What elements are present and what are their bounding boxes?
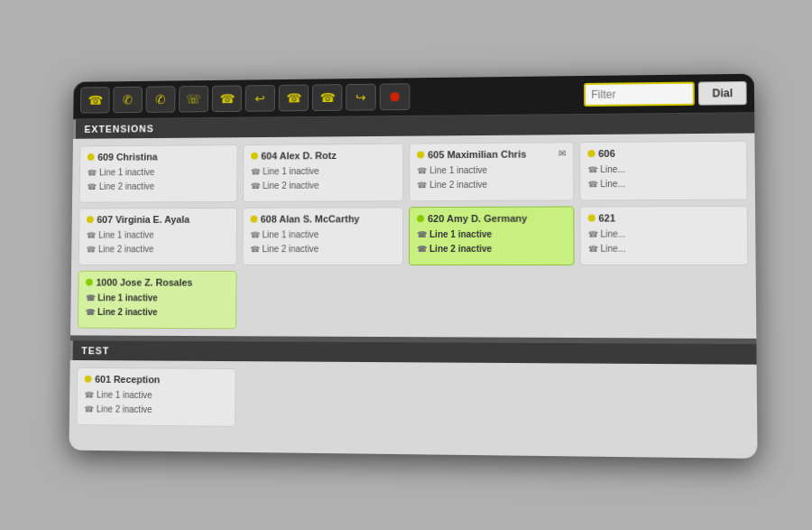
phone-icon: ☎ <box>417 164 427 177</box>
ext-line2-621: ☎ Line... <box>587 241 740 256</box>
status-dot-604 <box>251 153 258 160</box>
ext-card-608[interactable]: 608 Alan S. McCarthy ☎ Line 1 inactive ☎… <box>242 207 403 265</box>
ext-line2-605: ☎ Line 2 inactive <box>417 177 566 192</box>
ext-card-604[interactable]: 604 Alex D. Rotz ☎ Line 1 inactive ☎ Lin… <box>242 144 403 202</box>
phone-icon: ☎ <box>84 403 94 415</box>
phone-icon: ☎ <box>250 243 260 256</box>
status-dot-605 <box>417 151 424 158</box>
ext-line2-606: ☎ Line... <box>587 176 739 191</box>
phone-icon: ☎ <box>88 166 97 179</box>
ext-line1-607: ☎ Line 1 inactive <box>87 228 229 243</box>
phone-icon: ☎ <box>86 292 96 304</box>
ext-line1-601: ☎ Line 1 inactive <box>84 388 227 404</box>
toolbar: ☎ ✆ ✆ ☏ ☎ ↩ ☎ ☎ ↪ ⏺ Dial <box>73 74 754 120</box>
phone-icon: ☎ <box>587 163 597 177</box>
ext-card-609[interactable]: 609 Christina ☎ Line 1 inactive ☎ Line 2… <box>79 144 237 203</box>
ext-line1-609: ☎ Line 1 inactive <box>88 165 230 181</box>
phone-icon: ☎ <box>587 178 597 191</box>
status-dot-1000 <box>86 279 93 286</box>
status-dot-601 <box>85 376 92 383</box>
toolbar-btn-4[interactable]: ☏ <box>179 86 208 113</box>
main-window: ☎ ✆ ✆ ☏ ☎ ↩ ☎ ☎ ↪ ⏺ Dial EXTENSIONS 609 … <box>69 74 757 459</box>
ext-line1-608: ☎ Line 1 inactive <box>250 228 395 242</box>
status-dot-607 <box>87 216 94 223</box>
ext-line2-608: ☎ Line 2 inactive <box>250 242 395 256</box>
phone-icon: ☎ <box>84 388 94 401</box>
filter-input[interactable] <box>584 82 695 107</box>
ext-name-607: 607 Virginia E. Ayala <box>97 214 189 225</box>
ext-card-621[interactable]: 621 ☎ Line... ☎ Line... <box>579 206 748 265</box>
phone-icon: ☎ <box>87 181 97 193</box>
phone-icon: ☎ <box>587 243 597 256</box>
extensions-grid: 609 Christina ☎ Line 1 inactive ☎ Line 2… <box>70 133 756 338</box>
ext-card-607[interactable]: 607 Virginia E. Ayala ☎ Line 1 inactive … <box>78 208 237 265</box>
ext-name-605: 605 Maximilian Chris <box>428 149 526 161</box>
status-dot-621 <box>587 214 595 221</box>
phone-icon: ☎ <box>587 228 597 241</box>
ext-line2-607: ☎ Line 2 inactive <box>86 242 228 256</box>
phone-icon: ☎ <box>86 306 96 319</box>
phone-icon: ☎ <box>250 228 260 241</box>
ext-name-621: 621 <box>598 212 615 223</box>
ext-card-620[interactable]: 620 Amy D. Germany ☎ Line 1 inactive ☎ L… <box>409 206 574 265</box>
toolbar-btn-record[interactable]: ⏺ <box>380 83 411 110</box>
phone-icon: ☎ <box>87 229 97 242</box>
phone-icon: ☎ <box>250 180 260 192</box>
ext-line1-604: ☎ Line 1 inactive <box>250 164 395 180</box>
ext-line2-601: ☎ Line 2 inactive <box>84 402 227 417</box>
status-dot-609 <box>88 153 95 161</box>
ext-card-605[interactable]: 605 Maximilian Chris ✉ ☎ Line 1 inactive… <box>409 142 574 201</box>
ext-name-620: 620 Amy D. Germany <box>428 213 527 224</box>
status-dot-620 <box>417 215 424 222</box>
ext-line1-605: ☎ Line 1 inactive <box>417 163 565 178</box>
ext-name-609: 609 Christina <box>97 152 157 163</box>
phone-icon: ☎ <box>417 228 427 241</box>
mail-icon-605: ✉ <box>558 148 565 158</box>
phone-icon: ☎ <box>417 179 427 191</box>
toolbar-btn-2[interactable]: ✆ <box>113 87 143 113</box>
ext-line1-1000: ☎ Line 1 inactive <box>86 291 228 305</box>
ext-line1-606: ☎ Line... <box>587 162 739 177</box>
toolbar-btn-9[interactable]: ↪ <box>346 84 376 111</box>
toolbar-btn-6[interactable]: ↩ <box>245 85 275 112</box>
ext-name-604: 604 Alex D. Rotz <box>261 150 337 161</box>
ext-card-606[interactable]: 606 ☎ Line... ☎ Line... <box>579 141 748 201</box>
toolbar-btn-5[interactable]: ☎ <box>212 85 242 112</box>
toolbar-btn-1[interactable]: ☎ <box>80 87 110 113</box>
ext-card-601[interactable]: 601 Reception ☎ Line 1 inactive ☎ Line 2… <box>76 367 235 427</box>
ext-line2-604: ☎ Line 2 inactive <box>250 178 395 193</box>
phone-icon: ☎ <box>250 165 260 178</box>
ext-line1-621: ☎ Line... <box>587 227 739 242</box>
ext-name-608: 608 Alan S. McCarthy <box>261 213 360 224</box>
toolbar-btn-3[interactable]: ✆ <box>146 86 176 113</box>
ext-line2-620: ☎ Line 2 inactive <box>417 242 566 256</box>
dial-button[interactable]: Dial <box>698 81 747 106</box>
phone-icon: ☎ <box>86 243 96 256</box>
ext-line2-1000: ☎ Line 2 inactive <box>86 305 228 320</box>
ext-line1-620: ☎ Line 1 inactive <box>417 228 566 242</box>
status-dot-608 <box>250 216 257 223</box>
ext-name-606: 606 <box>598 148 615 159</box>
ext-name-1000: 1000 Jose Z. Rosales <box>97 277 193 288</box>
phone-icon: ☎ <box>417 243 427 256</box>
ext-card-1000[interactable]: 1000 Jose Z. Rosales ☎ Line 1 inactive ☎… <box>78 271 236 329</box>
toolbar-btn-8[interactable]: ☎ <box>312 84 343 111</box>
toolbar-btn-7[interactable]: ☎ <box>279 85 309 112</box>
ext-name-601: 601 Reception <box>95 374 160 385</box>
test-grid: 601 Reception ☎ Line 1 inactive ☎ Line 2… <box>69 360 758 440</box>
status-dot-606 <box>587 150 595 157</box>
ext-line2-609: ☎ Line 2 inactive <box>87 179 229 193</box>
